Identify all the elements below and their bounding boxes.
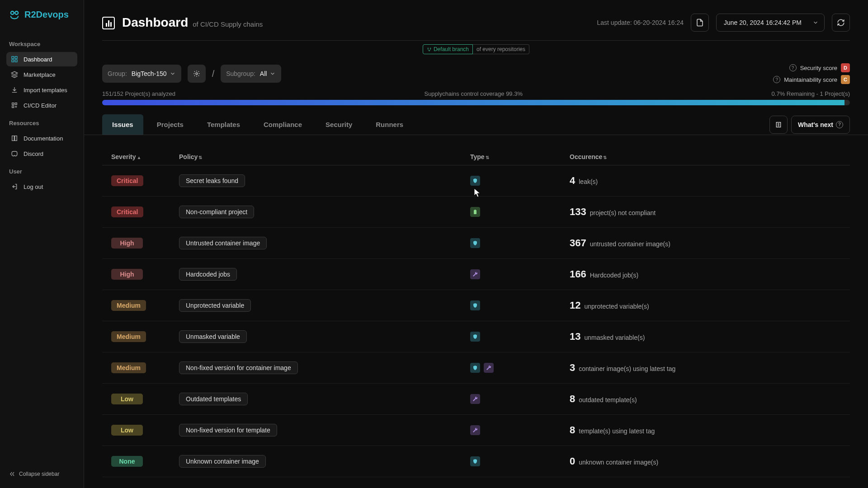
tab-templates[interactable]: Templates [197,114,250,135]
group-label: Group: [108,70,127,77]
tab-security[interactable]: Security [316,114,362,135]
severity-badge: Low [111,425,143,436]
coverage: Supplychains control coverage 99.3% [424,90,523,97]
sidebar-item-cicd-editor[interactable]: CI/CD Editor [6,98,77,113]
svg-point-9 [428,47,429,48]
help-icon[interactable]: ? [773,76,780,83]
wrench-icon [470,394,480,404]
severity-badge: Medium [111,362,146,373]
subgroup-label: Subgroup: [226,70,255,77]
sidebar-item-label: Marketplace [24,71,56,78]
tab-bar: Issues Projects Templates Compliance Sec… [84,114,868,135]
progress-bar [102,100,850,105]
occurrence: 13unmasked variable(s) [570,331,841,343]
chevron-down-icon [269,70,276,77]
col-occurrence[interactable]: Occurence⇅ [570,153,841,160]
section-user: User [9,168,75,175]
branch-pill[interactable]: Default branch of every repositories [423,44,529,54]
shield-icon [470,332,480,342]
whats-next-button[interactable]: What's next ? [791,116,850,134]
sidebar-item-documentation[interactable]: Documentation [6,131,77,145]
view-toggle-button[interactable] [769,116,788,134]
discord-icon [11,150,18,157]
policy-tag: Non-compliant project [179,206,254,218]
collapse-sidebar[interactable]: Collapse sidebar [6,468,77,480]
table-row[interactable]: MediumNon-fixed version for container im… [102,352,850,384]
maintainability-score: ? Maintainability score C [773,75,850,84]
col-type[interactable]: Type⇅ [470,153,570,160]
header: Dashboard of CI/CD Supply chains Last up… [84,0,868,40]
page-subtitle: of CI/CD Supply chains [193,20,263,28]
datetime-picker[interactable]: June 20, 2024 16:24:42 PM [716,14,825,32]
table-row[interactable]: NoneUnknown container image0unknown cont… [102,446,850,477]
book-icon [11,135,18,142]
maintainability-score-label: Maintainability score [784,76,837,83]
type-icons [470,425,570,435]
security-score-label: Security score [800,65,837,71]
issues-table: Severity▲ Policy⇅ Type⇅ Occurence⇅ Criti… [84,135,868,488]
table-row[interactable]: MediumUnprotected variable12unprotected … [102,290,850,321]
clip-icon [470,207,480,217]
occurrence: 133project(s) not compliant [570,206,841,218]
table-row[interactable]: LowOutdated templates8outdated template(… [102,384,850,415]
projects-analyzed: 151/152 Project(s) analyzed [102,90,175,97]
export-button[interactable] [691,14,709,32]
subgroup-select[interactable]: Subgroup: All [221,65,281,83]
severity-badge: Critical [111,206,143,217]
sidebar-item-marketplace[interactable]: Marketplace [6,67,77,82]
help-icon[interactable]: ? [789,64,797,71]
score-panel: ? Security score D ? Maintainability sco… [773,63,850,84]
tab-compliance[interactable]: Compliance [254,114,312,135]
table-row[interactable]: MediumUnmasked variable13unmasked variab… [102,321,850,352]
editor-icon [11,102,18,109]
page-title: Dashboard [122,15,188,30]
svg-rect-8 [12,106,14,108]
col-severity[interactable]: Severity▲ [111,153,179,160]
table-row[interactable]: CriticalSecret leaks found4leak(s) [102,165,850,197]
tab-projects[interactable]: Projects [147,114,193,135]
chevron-down-icon [812,19,819,26]
group-settings-button[interactable] [188,65,206,83]
col-policy[interactable]: Policy⇅ [179,153,470,160]
policy-tag: Untrusted container image [179,237,267,249]
security-grade: D [841,63,850,72]
sidebar-item-label: Import templates [24,87,67,94]
svg-rect-6 [12,103,14,105]
tab-runners[interactable]: Runners [366,114,413,135]
table-row[interactable]: HighUntrusted container image367untruste… [102,228,850,259]
sidebar-item-dashboard[interactable]: Dashboard [6,52,77,66]
dashboard-title-icon [102,17,115,29]
stats-row: 151/152 Project(s) analyzed Supplychains… [84,89,868,100]
svg-rect-4 [12,60,14,62]
wrench-icon [470,269,480,279]
shield-icon [470,238,480,248]
table-row[interactable]: HighHardcoded jobs166Hardcoded job(s) [102,259,850,290]
subgroup-value: All [260,70,267,77]
type-icons [470,394,570,404]
refresh-button[interactable] [832,14,850,32]
last-update: Last update: 06-20-2024 16:24 [597,19,684,26]
sidebar-item-discord[interactable]: Discord [6,146,77,161]
sidebar-item-label: Dashboard [24,56,52,63]
tab-issues[interactable]: Issues [102,114,143,135]
policy-tag: Secret leaks found [179,174,245,187]
sidebar: R2Devops Workspace Dashboard Marketplace… [0,0,84,488]
policy-tag: Non-fixed version for container image [179,361,298,374]
group-select[interactable]: Group: BigTech-150 [102,65,181,83]
logout-icon [11,183,18,190]
policy-tag: Non-fixed version for template [179,424,277,436]
brand-logo[interactable]: R2Devops [8,8,77,21]
sidebar-item-label: Discord [24,150,43,157]
sidebar-item-logout[interactable]: Log out [6,179,77,194]
svg-point-12 [196,73,198,75]
wrench-icon [484,363,494,373]
table-row[interactable]: CriticalNon-compliant project133project(… [102,197,850,228]
sidebar-item-import-templates[interactable]: Import templates [6,83,77,97]
type-icons [470,332,570,342]
policy-tag: Outdated templates [179,393,248,405]
occurrence: 8outdated template(s) [570,393,841,405]
table-row[interactable]: LowNon-fixed version for template8templa… [102,415,850,446]
progress-fill [102,100,844,105]
help-icon: ? [836,121,843,128]
type-icons [470,363,570,373]
